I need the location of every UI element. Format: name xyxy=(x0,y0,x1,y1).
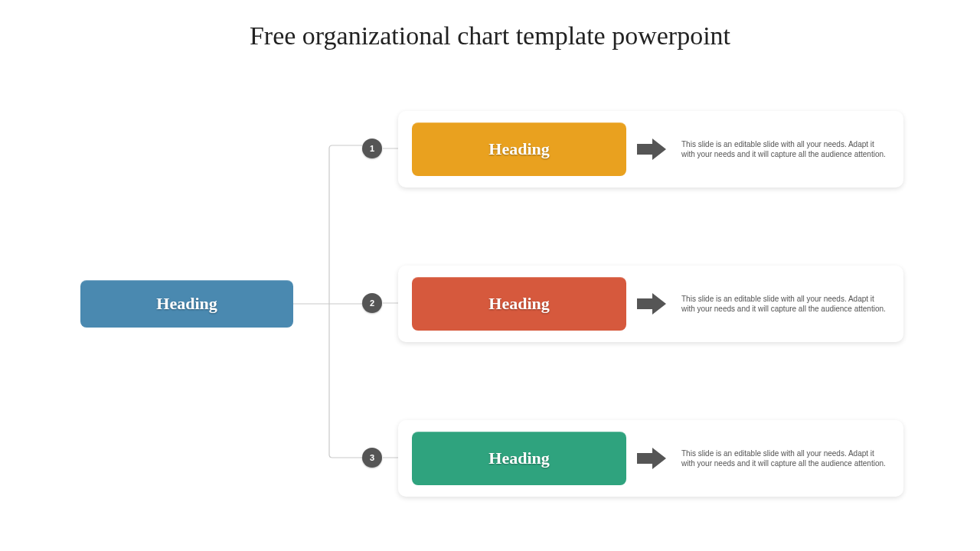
item-card-2: Heading This slide is an editable slide … xyxy=(398,266,903,342)
arrow-right-icon xyxy=(637,449,668,468)
number-badge-3: 3 xyxy=(362,448,382,468)
item-heading-3: Heading xyxy=(412,432,626,485)
item-card-3: Heading This slide is an editable slide … xyxy=(398,420,903,497)
item-desc-1: This slide is an editable slide with all… xyxy=(681,139,890,160)
item-desc-3: This slide is an editable slide with all… xyxy=(681,448,890,469)
slide-title: Free organizational chart template power… xyxy=(0,21,980,51)
item-card-1: Heading This slide is an editable slide … xyxy=(398,111,903,187)
number-badge-2: 2 xyxy=(362,293,382,313)
arrow-right-icon xyxy=(637,295,668,313)
arrow-right-icon xyxy=(637,140,668,158)
item-desc-2: This slide is an editable slide with all… xyxy=(681,294,890,315)
number-badge-1: 1 xyxy=(362,139,382,158)
item-heading-2: Heading xyxy=(412,277,626,331)
root-heading-box: Heading xyxy=(80,280,293,328)
item-heading-1: Heading xyxy=(412,122,626,176)
